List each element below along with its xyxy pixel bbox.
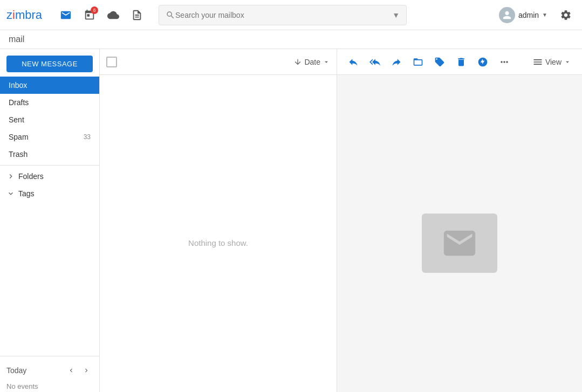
sidebar-nav: Inbox Drafts Sent Spam 33 Trash Folders [0, 77, 99, 356]
view-icon [532, 57, 543, 67]
sidebar-item-label-drafts: Drafts [9, 98, 29, 107]
sidebar-bottom: Today No events + Add event [0, 356, 99, 392]
user-name: admin [518, 11, 539, 19]
mail-list-panel: Date Nothing to show. [100, 49, 337, 392]
mail-list-toolbar: Date [100, 49, 337, 75]
reply-all-button[interactable] [365, 52, 385, 72]
sidebar-item-trash[interactable]: Trash [0, 146, 99, 163]
search-dropdown-icon[interactable]: ▼ [392, 11, 400, 19]
search-icon [166, 10, 175, 20]
reply-button[interactable] [344, 52, 363, 72]
mail-envelope-placeholder [422, 214, 497, 273]
sidebar: NEW MESSAGE Inbox Drafts Sent Spam 33 Tr… [0, 49, 100, 392]
mail-empty-area [337, 75, 582, 392]
no-events-text: No events [6, 380, 93, 392]
user-section: admin ▼ [495, 4, 576, 26]
sort-label: Date [304, 58, 320, 66]
avatar [499, 7, 515, 23]
select-all-checkbox[interactable] [106, 57, 117, 67]
sidebar-item-label-trash: Trash [9, 150, 28, 159]
sidebar-section-folders-label: Folders [18, 172, 44, 181]
forward-button[interactable] [387, 52, 406, 72]
page-title: mail [0, 30, 582, 49]
move-button[interactable] [408, 52, 428, 72]
sort-button[interactable]: Date [293, 58, 330, 66]
user-dropdown-icon: ▼ [542, 12, 547, 18]
nav-icons: 6 [55, 4, 148, 26]
search-input[interactable] [175, 11, 388, 19]
view-dropdown-icon [564, 58, 571, 66]
nav-tasks-button[interactable] [126, 4, 148, 26]
today-nav [65, 364, 93, 377]
delete-button[interactable] [451, 52, 471, 72]
chevron-down-icon [6, 189, 15, 198]
new-message-button[interactable]: NEW MESSAGE [6, 56, 93, 72]
today-next-button[interactable] [80, 364, 93, 377]
sidebar-item-sent[interactable]: Sent [0, 111, 99, 128]
sidebar-section-tags[interactable]: Tags [0, 185, 99, 202]
spam-button[interactable] [473, 52, 492, 72]
calendar-badge: 6 [91, 6, 98, 14]
sort-icon [293, 58, 302, 66]
today-label: Today [6, 366, 26, 375]
sidebar-divider-1 [0, 165, 99, 166]
main-layout: NEW MESSAGE Inbox Drafts Sent Spam 33 Tr… [0, 49, 582, 392]
chevron-right-icon [6, 172, 15, 181]
sidebar-item-label-sent: Sent [9, 115, 24, 124]
sidebar-item-drafts[interactable]: Drafts [0, 94, 99, 111]
sidebar-header: NEW MESSAGE [0, 49, 99, 77]
today-prev-button[interactable] [65, 364, 78, 377]
label-button[interactable] [430, 52, 449, 72]
spam-badge: 33 [84, 133, 91, 141]
nav-briefcase-button[interactable] [102, 4, 124, 26]
logo-text: zimbra [6, 8, 42, 22]
more-button[interactable] [495, 52, 514, 72]
nothing-to-show-text: Nothing to show. [100, 75, 337, 392]
nav-mail-button[interactable] [55, 4, 77, 26]
sort-dropdown-icon [323, 58, 330, 66]
settings-button[interactable] [556, 5, 576, 25]
view-button[interactable]: View [528, 54, 576, 70]
mail-preview-toolbar: View [337, 49, 582, 75]
sidebar-item-inbox[interactable]: Inbox [0, 77, 99, 94]
sidebar-item-label-inbox: Inbox [9, 81, 27, 90]
user-menu-button[interactable]: admin ▼ [495, 4, 552, 26]
sidebar-item-label-spam: Spam [9, 133, 29, 141]
mail-envelope-icon [435, 224, 484, 262]
today-header: Today [6, 361, 93, 380]
sidebar-section-folders[interactable]: Folders [0, 168, 99, 185]
nav-calendar-button[interactable]: 6 [79, 4, 100, 26]
topbar: zimbra 6 ▼ admin ▼ [0, 0, 582, 30]
view-label: View [545, 58, 562, 66]
sidebar-item-spam[interactable]: Spam 33 [0, 128, 99, 146]
logo: zimbra [6, 8, 42, 22]
search-bar: ▼ [159, 5, 407, 25]
sidebar-section-tags-label: Tags [18, 189, 35, 198]
mail-preview-panel: View [337, 49, 582, 392]
